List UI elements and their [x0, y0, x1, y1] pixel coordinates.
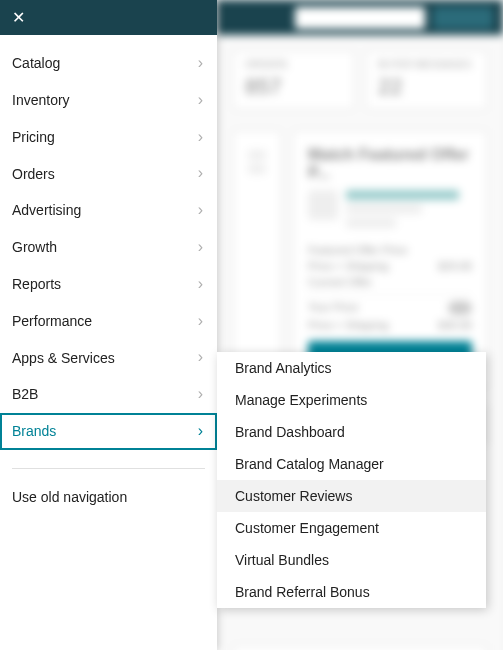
chevron-right-icon: › [198, 237, 203, 258]
submenu-item-customer-reviews[interactable]: Customer Reviews [217, 480, 486, 512]
sidebar-item-reports[interactable]: Reports › [0, 266, 217, 303]
submenu-item-brand-referral-bonus[interactable]: Brand Referral Bonus [217, 576, 486, 608]
sidebar-item-catalog[interactable]: Catalog › [0, 45, 217, 82]
sidebar-item-b2b[interactable]: B2B › [0, 376, 217, 413]
chevron-right-icon: › [198, 421, 203, 442]
sidebar-divider [12, 468, 205, 469]
metric-value: 22 [378, 74, 475, 100]
sidebar-item-label: Reports [12, 275, 61, 293]
use-old-label: Use old navigation [12, 489, 127, 505]
submenu-item-label: Virtual Bundles [235, 552, 329, 568]
submenu-item-manage-experiments[interactable]: Manage Experiments [217, 384, 486, 416]
submenu-item-label: Brand Catalog Manager [235, 456, 384, 472]
sidebar-item-label: Inventory [12, 91, 70, 109]
sidebar-item-label: B2B [12, 385, 38, 403]
bg-kv: Price + Shipping [308, 319, 388, 331]
metric-value: 857 [245, 74, 342, 100]
brands-submenu: Brand Analytics Manage Experiments Brand… [217, 352, 486, 608]
metric-label: BUYER MESSAGES [378, 59, 475, 70]
submenu-item-virtual-bundles[interactable]: Virtual Bundles [217, 544, 486, 576]
sidebar-item-pricing[interactable]: Pricing › [0, 119, 217, 156]
submenu-item-brand-analytics[interactable]: Brand Analytics [217, 352, 486, 384]
sidebar-item-label: Apps & Services [12, 349, 115, 367]
sidebar-item-label: Advertising [12, 201, 81, 219]
sidebar-item-label: Orders [12, 165, 55, 183]
chevron-right-icon: › [198, 347, 203, 368]
submenu-item-label: Brand Referral Bonus [235, 584, 370, 600]
close-icon[interactable]: ✕ [12, 10, 25, 26]
sidebar-item-label: Growth [12, 238, 57, 256]
bg-card-title: Match Featured Offer P... [308, 146, 472, 182]
sidebar-item-advertising[interactable]: Advertising › [0, 192, 217, 229]
bg-kv: Featured Offer Price [308, 244, 407, 256]
sidebar-item-orders[interactable]: Orders › [0, 155, 217, 192]
use-old-navigation-link[interactable]: Use old navigation [0, 477, 217, 517]
chevron-right-icon: › [198, 311, 203, 332]
bg-kv: Your Price [308, 301, 358, 315]
sidebar-header: ✕ [0, 0, 217, 35]
sidebar-list: Catalog › Inventory › Pricing › Orders ›… [0, 35, 217, 517]
bg-kv: Price + Shipping [308, 260, 388, 272]
chevron-right-icon: › [198, 274, 203, 295]
sidebar-item-inventory[interactable]: Inventory › [0, 82, 217, 119]
chevron-right-icon: › [198, 200, 203, 221]
submenu-item-label: Manage Experiments [235, 392, 367, 408]
sidebar-item-performance[interactable]: Performance › [0, 303, 217, 340]
bg-kv: $29.00 [438, 260, 472, 272]
chevron-right-icon: › [198, 127, 203, 148]
chevron-right-icon: › [198, 384, 203, 405]
sidebar-item-brands[interactable]: Brands › [0, 413, 217, 450]
bg-kv: $30.00 [438, 319, 472, 331]
chevron-right-icon: › [198, 90, 203, 111]
submenu-item-label: Customer Reviews [235, 488, 352, 504]
chevron-right-icon: › [198, 163, 203, 184]
submenu-item-brand-dashboard[interactable]: Brand Dashboard [217, 416, 486, 448]
submenu-item-label: Brand Dashboard [235, 424, 345, 440]
sidebar-item-label: Brands [12, 422, 56, 440]
chevron-right-icon: › [198, 53, 203, 74]
sidebar-item-label: Catalog [12, 54, 60, 72]
submenu-item-label: Customer Engagement [235, 520, 379, 536]
sidebar-item-label: Performance [12, 312, 92, 330]
submenu-item-brand-catalog-manager[interactable]: Brand Catalog Manager [217, 448, 486, 480]
sidebar-item-growth[interactable]: Growth › [0, 229, 217, 266]
bg-kv: Current Offer [308, 276, 372, 288]
sidebar-item-apps-services[interactable]: Apps & Services › [0, 339, 217, 376]
main-sidebar: ✕ Catalog › Inventory › Pricing › Orders… [0, 0, 217, 650]
sidebar-item-label: Pricing [12, 128, 55, 146]
search-button-bg [433, 7, 493, 29]
search-input-bg [295, 7, 425, 29]
metric-label: ORDERS [245, 59, 342, 70]
submenu-item-label: Brand Analytics [235, 360, 332, 376]
submenu-item-customer-engagement[interactable]: Customer Engagement [217, 512, 486, 544]
